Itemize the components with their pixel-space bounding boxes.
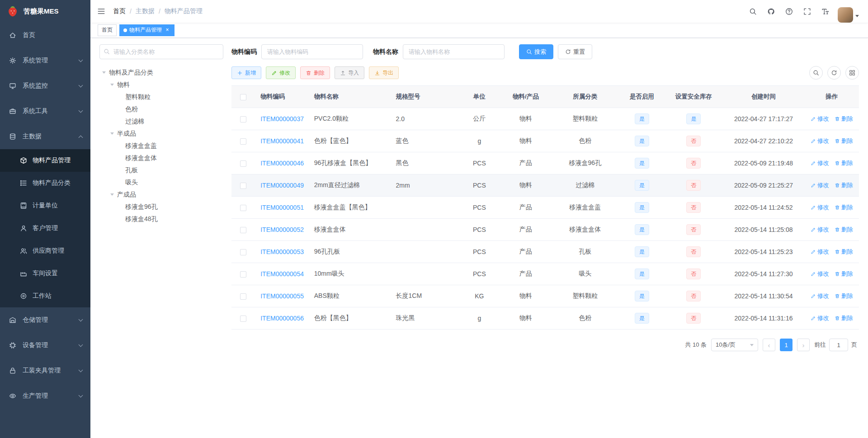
close-icon[interactable]: × [164,27,170,33]
row-checkbox[interactable] [240,271,246,278]
delete-row-button[interactable]: 删除 [835,314,853,322]
import-button[interactable]: 导入 [335,66,364,79]
header-search-button[interactable] [745,0,761,23]
edit-row-button[interactable]: 修改 [811,203,829,212]
edit-row-button[interactable]: 修改 [811,270,829,278]
material-code-link[interactable]: ITEM00000041 [260,137,304,145]
edit-button[interactable]: 修改 [266,66,296,79]
row-checkbox[interactable] [240,316,246,322]
delete-button[interactable]: 删除 [300,66,330,79]
table-row[interactable]: ITEM0000005396孔孔板PCS产品孔板是否2022-05-14 11:… [231,241,859,263]
row-checkbox[interactable] [240,205,246,211]
delete-row-button[interactable]: 删除 [835,137,853,145]
tree-node[interactable]: 产成品 [99,188,223,201]
prev-page-button[interactable]: ‹ [763,339,775,351]
tree-node[interactable]: 物料及产品分类 [99,66,223,79]
material-code-link[interactable]: ITEM00000052 [260,226,304,233]
edit-row-button[interactable]: 修改 [811,226,829,234]
table-row[interactable]: ITEM0000005410mm吸头PCS产品吸头是否2022-05-14 11… [231,263,859,285]
row-checkbox[interactable] [240,183,246,189]
row-checkbox[interactable] [240,293,246,300]
help-button[interactable] [781,0,797,23]
tree-node[interactable]: 移液盒盒盖 [99,140,223,152]
sidebar-item-master-data[interactable]: 主数据 [0,124,90,149]
row-checkbox[interactable] [240,249,246,255]
tree-node[interactable]: 移液盒盒体 [99,152,223,164]
material-name-input[interactable] [403,44,505,59]
view-tag[interactable]: 首页 [98,24,117,36]
material-code-link[interactable]: ITEM00000037 [260,115,304,122]
sidebar-item-warehouse-mgmt[interactable]: 仓储管理 [0,307,90,333]
material-code-link[interactable]: ITEM00000054 [260,270,304,278]
sidebar-item-device-mgmt[interactable]: 设备管理 [0,333,90,358]
tree-node[interactable]: 孔板 [99,164,223,176]
category-search-input[interactable] [99,44,223,59]
sidebar-item-workshop-setup[interactable]: 车间设置 [0,262,90,285]
sidebar-item-workstation[interactable]: 工作站 [0,285,90,307]
table-row[interactable]: ITEM00000055ABS颗粒长度1CMKG物料塑料颗粒是否2022-05-… [231,285,859,307]
tree-node[interactable]: 移液盒96孔 [99,201,223,213]
page-1-button[interactable]: 1 [780,339,793,351]
table-row[interactable]: ITEM00000051移液盒盒盖【黑色】PCS产品移液盒盒盖是否2022-05… [231,197,859,219]
material-code-input[interactable] [261,44,363,59]
tree-node[interactable]: 过滤棉 [99,115,223,127]
tree-node[interactable]: 吸头 [99,176,223,188]
edit-row-button[interactable]: 修改 [811,292,829,300]
tree-node[interactable]: 移液盒48孔 [99,213,223,225]
delete-row-button[interactable]: 删除 [835,248,853,256]
material-code-link[interactable]: ITEM00000056 [260,315,304,322]
table-row[interactable]: ITEM000000492mm直径过滤棉2mmPCS物料过滤棉是否2022-05… [231,174,859,197]
table-row[interactable]: ITEM00000052移液盒盒体PCS产品移液盒盒体是否2022-05-14 … [231,219,859,241]
table-row[interactable]: ITEM00000037PVC2.0颗粒2.0公斤物料塑料颗粒是是2022-04… [231,108,859,130]
material-code-link[interactable]: ITEM00000053 [260,248,304,255]
view-tag[interactable]: 物料产品管理× [119,24,175,36]
column-settings-button[interactable] [845,66,859,80]
export-button[interactable]: 导出 [369,66,399,79]
app-logo[interactable]: 苦糖果MES [0,0,90,23]
sidebar-item-material-product-category[interactable]: 物料产品分类 [0,172,90,194]
delete-row-button[interactable]: 删除 [835,203,853,212]
delete-row-button[interactable]: 删除 [835,181,853,189]
row-checkbox[interactable] [240,160,246,167]
breadcrumb-item[interactable]: 首页 [113,7,126,15]
github-link[interactable] [763,0,779,23]
goto-page-input[interactable] [829,339,848,351]
edit-row-button[interactable]: 修改 [811,314,829,322]
edit-row-button[interactable]: 修改 [811,248,829,256]
delete-row-button[interactable]: 删除 [835,159,853,167]
sidebar-item-material-product-mgmt[interactable]: 物料产品管理 [0,149,90,172]
search-button[interactable]: 搜索 [519,44,553,59]
user-avatar[interactable] [835,0,862,23]
table-row[interactable]: ITEM00000056色粉【黑色】珠光黑g物料色粉是否2022-05-14 1… [231,307,859,330]
table-row[interactable]: ITEM00000041色粉【蓝色】蓝色g物料色粉是否2022-04-27 22… [231,130,859,152]
tree-node[interactable]: 塑料颗粒 [99,91,223,103]
delete-row-button[interactable]: 删除 [835,115,853,123]
tree-node[interactable]: 半成品 [99,127,223,140]
sidebar-item-fixture-mgmt[interactable]: 工装夹具管理 [0,358,90,383]
tree-node[interactable]: 色粉 [99,103,223,115]
delete-row-button[interactable]: 删除 [835,270,853,278]
delete-row-button[interactable]: 删除 [835,226,853,234]
reset-button[interactable]: 重置 [558,44,592,59]
sidebar-item-customer-mgmt[interactable]: 客户管理 [0,217,90,240]
select-all-checkbox[interactable] [240,94,246,100]
edit-row-button[interactable]: 修改 [811,181,829,189]
next-page-button[interactable]: › [797,339,810,351]
material-code-link[interactable]: ITEM00000055 [260,292,304,300]
sidebar-item-system-tools[interactable]: 系统工具 [0,99,90,124]
sidebar-item-measure-unit[interactable]: 计量单位 [0,194,90,217]
row-checkbox[interactable] [240,116,246,122]
tree-node[interactable]: 物料 [99,79,223,91]
font-size-button[interactable] [817,0,833,23]
sidebar-item-home[interactable]: 首页 [0,23,90,48]
row-checkbox[interactable] [240,138,246,145]
edit-row-button[interactable]: 修改 [811,159,829,167]
delete-row-button[interactable]: 删除 [835,292,853,300]
add-button[interactable]: 新增 [231,66,261,79]
toggle-search-button[interactable] [809,66,823,80]
sidebar-item-system-monitor[interactable]: 系统监控 [0,73,90,99]
material-code-link[interactable]: ITEM00000049 [260,182,304,189]
refresh-table-button[interactable] [827,66,841,80]
table-row[interactable]: ITEM0000004696孔移液盒【黑色】黑色PCS产品移液盒96孔是否202… [231,152,859,174]
material-code-link[interactable]: ITEM00000046 [260,160,304,167]
